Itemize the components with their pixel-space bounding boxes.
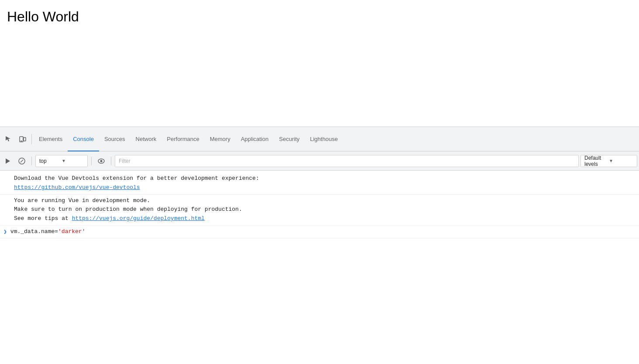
console-input-line: ❯ vm._data.name='darker' bbox=[0, 226, 639, 238]
tab-network[interactable]: Network bbox=[131, 127, 162, 151]
toolbar-separator-2 bbox=[91, 157, 92, 165]
tab-application[interactable]: Application bbox=[236, 127, 274, 151]
tab-security[interactable]: Security bbox=[274, 127, 305, 151]
tab-performance[interactable]: Performance bbox=[161, 127, 204, 151]
svg-rect-1 bbox=[24, 137, 26, 141]
svg-marker-3 bbox=[6, 158, 10, 164]
devtools-tab-bar: Elements Console Sources Network Perform… bbox=[0, 127, 639, 151]
svg-line-5 bbox=[21, 160, 23, 162]
device-toolbar-icon-btn[interactable] bbox=[16, 132, 30, 146]
console-prompt-icon: ❯ bbox=[3, 228, 7, 235]
devtools-panel: Elements Console Sources Network Perform… bbox=[0, 127, 639, 364]
tab-sources[interactable]: Sources bbox=[99, 127, 131, 151]
inspector-icon-btn[interactable] bbox=[2, 132, 16, 146]
context-chevron-icon: ▼ bbox=[62, 158, 84, 163]
svg-point-7 bbox=[100, 160, 103, 162]
console-output: Download the Vue Devtools extension for … bbox=[0, 171, 639, 364]
context-selector[interactable]: top ▼ bbox=[35, 155, 88, 167]
toolbar-separator-3 bbox=[111, 157, 111, 165]
tab-console[interactable]: Console bbox=[68, 127, 99, 151]
levels-value: Default levels bbox=[584, 155, 609, 167]
vue-devmode-line3: See more tips at bbox=[14, 215, 72, 222]
devtools-toolbar: top ▼ Default levels ▼ bbox=[0, 151, 639, 171]
vue-devtools-link[interactable]: https://github.com/vuejs/vue-devtools bbox=[14, 184, 140, 191]
vue-devmode-line1: You are running Vue in development mode. bbox=[14, 197, 150, 204]
console-message-vue-devtools: Download the Vue Devtools extension for … bbox=[0, 172, 639, 195]
run-script-icon-btn[interactable] bbox=[2, 155, 14, 167]
tab-separator-1 bbox=[31, 134, 32, 144]
vue-deployment-link[interactable]: https://vuejs.org/guide/deployment.html bbox=[72, 215, 205, 222]
page-content: Hello World bbox=[0, 0, 639, 127]
levels-chevron-icon: ▼ bbox=[609, 158, 633, 163]
vue-devmode-line2: Make sure to turn on production mode whe… bbox=[14, 206, 242, 213]
console-code-prefix: vm._data.name= bbox=[10, 228, 58, 235]
eye-icon-btn[interactable] bbox=[95, 155, 107, 167]
page-title: Hello World bbox=[7, 9, 632, 25]
console-code-value: 'darker' bbox=[58, 228, 85, 235]
tab-lighthouse[interactable]: Lighthouse bbox=[305, 127, 343, 151]
tab-memory[interactable]: Memory bbox=[205, 127, 236, 151]
vue-devtools-text: Download the Vue Devtools extension for … bbox=[14, 175, 259, 182]
toolbar-separator-1 bbox=[31, 157, 32, 165]
tab-elements[interactable]: Elements bbox=[34, 127, 68, 151]
context-value: top bbox=[39, 158, 62, 164]
console-message-vue-devmode: You are running Vue in development mode.… bbox=[0, 195, 639, 226]
levels-selector[interactable]: Default levels ▼ bbox=[581, 155, 637, 167]
clear-console-icon-btn[interactable] bbox=[16, 155, 28, 167]
filter-input[interactable] bbox=[115, 155, 579, 167]
